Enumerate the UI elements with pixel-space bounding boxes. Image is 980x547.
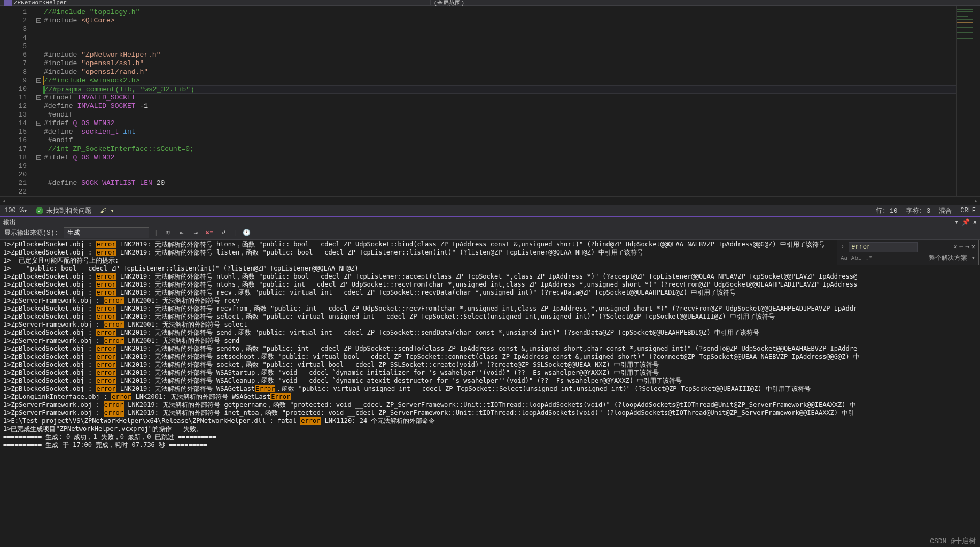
fold-toggle[interactable]: − <box>36 95 41 100</box>
output-panel-title: 输出 <box>3 218 16 227</box>
find-close-icon[interactable]: ✕ <box>953 243 957 251</box>
close-icon[interactable]: ✕ <box>973 218 977 226</box>
code-editor[interactable]: 12345678910111213141516171819202122 −−−−… <box>0 6 980 196</box>
line-ending[interactable]: CRLF <box>960 206 976 215</box>
code-content[interactable]: //#include "topology.h"#include <QtCore>… <box>44 6 956 196</box>
find-input[interactable]: error <box>849 242 918 252</box>
fold-column[interactable]: −−−−− <box>36 6 44 196</box>
find-close2-icon[interactable]: ✕ <box>971 243 975 251</box>
char-indicator[interactable]: 字符: 3 <box>906 206 931 215</box>
output-source-combo[interactable]: 生成 <box>64 227 149 238</box>
watermark: CSDN @十启树 <box>930 536 976 546</box>
find-options[interactable]: Aa Abl .* <box>841 255 872 263</box>
brush-icon[interactable]: 🖌 ▾ <box>100 207 114 215</box>
goto-message-icon[interactable]: ≋ <box>164 229 172 237</box>
fold-toggle[interactable]: − <box>36 155 41 160</box>
fold-toggle[interactable]: − <box>36 18 41 23</box>
file-title: ZPNetworkHelper <box>14 0 67 6</box>
timestamp-icon[interactable]: 🕐 <box>242 229 251 237</box>
output-text[interactable]: › error ✕ ← → ✕ Aa Abl .* 整个解决方案 ▾ 1>ZpB… <box>0 240 980 547</box>
pin-icon[interactable]: 📌 <box>962 218 970 226</box>
chevron-right-icon[interactable]: › <box>841 243 844 251</box>
find-next-icon[interactable]: → <box>966 243 969 251</box>
editor-tab-bar: ZPNetworkHelper (全局范围) <box>0 0 980 6</box>
scroll-left-icon[interactable]: ◂ <box>2 197 6 205</box>
editor-status-bar: 100 % ▾ ✓ 未找到相关问题 🖌 ▾ 行: 10 字符: 3 混合 CRL… <box>0 205 980 216</box>
output-toolbar: 显示输出来源(S): 生成 | ≋ ⇤ ⇥ ✖≡ ⤶ | 🕐 <box>0 227 980 240</box>
find-prev-icon[interactable]: ← <box>959 243 963 251</box>
chevron-down-icon[interactable]: ▾ <box>971 255 975 263</box>
issues-status[interactable]: ✓ 未找到相关问题 <box>36 206 91 215</box>
editor-horizontal-scroll[interactable]: ◂ ▸ <box>0 196 980 205</box>
dropdown-icon[interactable]: ▾ <box>955 218 959 226</box>
line-number-gutter: 12345678910111213141516171819202122 <box>0 6 36 196</box>
next-message-icon[interactable]: ⇥ <box>191 229 200 237</box>
prev-message-icon[interactable]: ⇤ <box>177 229 186 237</box>
minimap[interactable] <box>956 6 980 196</box>
output-panel-header: 输出 ▾ 📌 ✕ <box>0 216 980 227</box>
indent-mode[interactable]: 混合 <box>939 206 952 215</box>
line-indicator[interactable]: 行: 10 <box>876 206 898 215</box>
fold-toggle[interactable]: − <box>36 78 41 83</box>
zoom-combo[interactable]: 100 % ▾ <box>4 207 27 215</box>
find-popup: › error ✕ ← → ✕ Aa Abl .* 整个解决方案 ▾ <box>837 240 979 265</box>
check-icon: ✓ <box>36 207 43 214</box>
word-wrap-icon[interactable]: ⤶ <box>219 229 228 237</box>
find-scope[interactable]: 整个解决方案 <box>929 255 967 263</box>
clear-icon[interactable]: ✖≡ <box>205 229 214 237</box>
fold-toggle[interactable]: − <box>36 121 41 126</box>
scroll-right-icon[interactable]: ▸ <box>974 197 978 205</box>
output-source-label: 显示输出来源(S): <box>4 228 58 237</box>
